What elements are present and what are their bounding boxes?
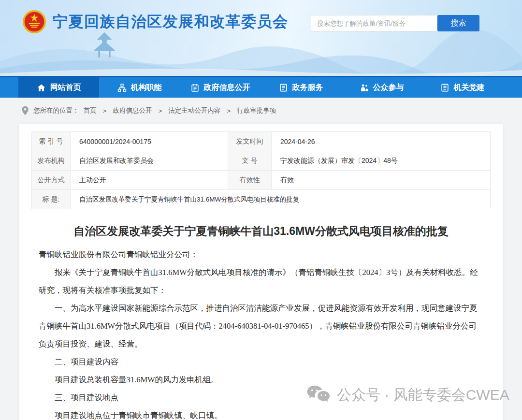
meta-value-issuing-agency: 自治区发展和改革委员会 xyxy=(71,151,228,171)
nav-item-label: 网站首页 xyxy=(50,83,81,93)
meta-value-doc-number: 宁发改能源（发展）审发〔2024〕48号 xyxy=(272,151,491,171)
meta-value-disclosure-method: 主动公开 xyxy=(71,171,228,190)
wechat-icon xyxy=(306,385,331,405)
nav-item-label: 公众参与 xyxy=(373,83,404,93)
breadcrumb-prefix: 您所在的位置： xyxy=(33,106,79,115)
meta-value-index-no: 640000001/2024-00175 xyxy=(71,132,228,151)
party-building-icon xyxy=(440,83,450,92)
nav-item-label: 机构职能 xyxy=(131,83,162,93)
meta-label-doc-number: 文 号 xyxy=(228,151,272,171)
pagoda-decoration xyxy=(91,30,118,59)
search-input[interactable] xyxy=(311,15,437,31)
meta-label-issue-date: 发文时间 xyxy=(228,132,272,151)
meta-label-issuing-agency: 发布机构 xyxy=(32,151,71,171)
document-title: 自治区发展改革委关于宁夏青铜峡牛首山31.6MW分散式风电项目核准的批复 xyxy=(36,224,486,239)
nav-item-public-participation[interactable]: 公众参与 xyxy=(341,77,422,98)
meta-label-index-no: 索 引 号 xyxy=(32,132,71,151)
mountains-decoration xyxy=(0,28,522,76)
site-banner: 宁夏回族自治区发展和改革委员会 搜索 xyxy=(0,0,522,76)
doc-paragraph-item-3-body: 项目建设地点位于青铜峡市青铜峡镇、峡口镇。 xyxy=(39,406,483,420)
breadcrumb-item-admin-approval[interactable]: 行政审批事项 xyxy=(237,106,276,115)
nav-item-home[interactable]: 网站首页 xyxy=(18,77,99,98)
public-participation-icon xyxy=(360,83,369,92)
location-pin-icon xyxy=(21,106,29,116)
breadcrumb-separator: > xyxy=(103,107,107,115)
national-emblem-icon xyxy=(22,10,46,34)
watermark: 公众号 · 风能专委会CWEA xyxy=(306,385,509,405)
nav-item-gov-info-disclosure[interactable]: 政府信息公开 xyxy=(180,77,261,98)
breadcrumb-separator: > xyxy=(227,107,231,115)
meta-row-index: 索 引 号 640000001/2024-00175 发文时间 2024-04-… xyxy=(32,132,491,151)
nav-item-label: 政府信息公开 xyxy=(204,83,250,93)
breadcrumb-item-gov-info[interactable]: 政府信息公开 xyxy=(113,106,152,115)
nav-item-label: 机关党建 xyxy=(454,83,485,93)
org-chart-icon xyxy=(117,83,127,92)
site-brand: 宁夏回族自治区发展和改革委员会 xyxy=(22,10,289,34)
main-nav: 网站首页 机构职能 政府信息公开 政务服务 公众参与 机关党建 xyxy=(0,76,522,98)
nav-item-party-building[interactable]: 机关党建 xyxy=(422,77,503,98)
meta-row-title: 标 题: 自治区发展改革委关于宁夏青铜峡牛首山31.6MW分散式风电项目核准的批… xyxy=(32,190,491,209)
site-search: 搜索 xyxy=(311,15,479,31)
meta-row-agency: 发布机构 自治区发展和改革委员会 文 号 宁发改能源（发展）审发〔2024〕48… xyxy=(32,151,491,171)
nav-item-gov-services[interactable]: 政务服务 xyxy=(261,77,341,98)
content-card: 索 引 号 640000001/2024-00175 发文时间 2024-04-… xyxy=(19,124,503,420)
meta-value-validity: 有效 xyxy=(272,171,491,190)
meta-row-disclosure: 公开方式 主动公开 有效性 有效 xyxy=(32,171,491,190)
nav-item-label: 政务服务 xyxy=(292,83,323,93)
home-icon xyxy=(37,83,46,92)
meta-value-title: 自治区发展改革委关于宁夏青铜峡牛首山31.6MW分散式风电项目核准的批复 xyxy=(71,190,491,209)
breadcrumb: 您所在的位置：首页>政府信息公开>法定主动公开内容>行政审批事项 xyxy=(0,98,522,124)
search-button[interactable]: 搜索 xyxy=(437,15,479,31)
watermark-label: 公众号 · 风能专委会CWEA xyxy=(337,385,509,405)
meta-label-validity: 有效性 xyxy=(228,171,272,190)
site-title: 宁夏回族自治区发展和改革委员会 xyxy=(53,12,289,32)
doc-paragraph-intro: 报来《关于宁夏青铜峡牛首山31.6MW分散式风电项目核准的请示》（青铝青铜峡生技… xyxy=(39,263,483,299)
document-meta-table: 索 引 号 640000001/2024-00175 发文时间 2024-04-… xyxy=(31,131,491,209)
meta-value-issue-date: 2024-04-26 xyxy=(272,132,491,151)
doc-paragraph-item-1: 一、为高水平建设国家新能源综合示范区，推进自治区清洁能源产业发展，促进风能资源有… xyxy=(39,299,483,353)
nav-item-org-functions[interactable]: 机构职能 xyxy=(99,77,180,98)
info-open-icon xyxy=(190,83,200,92)
breadcrumb-item-home[interactable]: 首页 xyxy=(84,106,97,115)
doc-paragraph-salutation: 青铜峡铝业股份有限公司青铜峡铝业分公司： xyxy=(39,246,483,263)
service-doc-icon xyxy=(279,83,288,92)
meta-label-title: 标 题: xyxy=(32,190,71,209)
meta-label-disclosure-method: 公开方式 xyxy=(32,171,71,190)
breadcrumb-item-statutory-disclosure[interactable]: 法定主动公开内容 xyxy=(168,106,220,115)
breadcrumb-separator: > xyxy=(158,107,162,115)
doc-paragraph-item-2-heading: 二、项目建设内容 xyxy=(39,353,483,371)
